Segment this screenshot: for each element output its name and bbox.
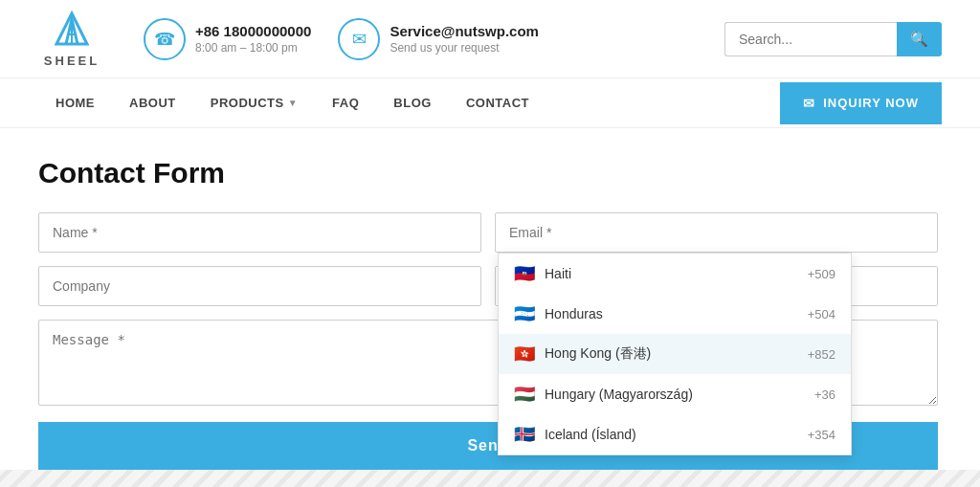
search-button[interactable]: 🔍: [897, 22, 942, 56]
name-input[interactable]: [38, 212, 481, 253]
dropdown-item-iceland[interactable]: 🇮🇸 Iceland (Ísland) +354: [499, 414, 851, 454]
logo-icon: [51, 10, 93, 52]
nav: HOME ABOUT PRODUCTS ▼ FAQ BLOG CONTACT ✉…: [0, 78, 980, 128]
company-input[interactable]: [38, 266, 481, 306]
email-text: Service@nutswp.com Send us your request: [390, 23, 539, 55]
hungary-name: Hungary (Magyarország): [545, 387, 805, 402]
inquiry-button[interactable]: ✉ INQUIRY NOW: [780, 82, 942, 124]
iceland-flag: 🇮🇸: [514, 424, 535, 445]
phone-contact: ☎ +86 18000000000 8:00 am – 18:00 pm: [144, 18, 311, 60]
phone-icon-circle: ☎: [144, 18, 186, 60]
honduras-code: +504: [808, 307, 835, 321]
email-input[interactable]: [495, 212, 938, 253]
honduras-name: Honduras: [545, 306, 798, 321]
hungary-code: +36: [814, 387, 835, 402]
nav-item-faq[interactable]: FAQ: [315, 78, 376, 127]
nav-item-contact[interactable]: CONTACT: [449, 78, 546, 127]
iceland-code: +354: [808, 428, 835, 442]
phone-text: +86 18000000000 8:00 am – 18:00 pm: [195, 23, 311, 55]
dropdown-item-hungary[interactable]: 🇭🇺 Hungary (Magyarország) +36: [499, 374, 851, 414]
hungary-flag: 🇭🇺: [514, 384, 535, 405]
envelope-icon: ✉: [803, 96, 815, 111]
search-input[interactable]: [724, 22, 897, 56]
search-wrap: 🔍: [724, 22, 942, 56]
nav-item-home[interactable]: HOME: [38, 78, 112, 127]
haiti-code: +509: [808, 267, 835, 281]
honduras-flag: 🇭🇳: [514, 303, 535, 324]
logo-text: SHEEL: [44, 54, 100, 68]
page-title: Contact Form: [38, 157, 942, 189]
nav-items: HOME ABOUT PRODUCTS ▼ FAQ BLOG CONTACT: [38, 78, 780, 127]
haiti-flag: 🇭🇹: [514, 263, 535, 284]
hongkong-code: +852: [808, 347, 835, 362]
nav-item-products[interactable]: PRODUCTS ▼: [193, 78, 315, 127]
footer-diagonal: [0, 470, 980, 487]
nav-item-blog[interactable]: BLOG: [376, 78, 449, 127]
logo: SHEEL: [38, 10, 105, 68]
nav-item-about[interactable]: ABOUT: [112, 78, 193, 127]
dropdown-item-haiti[interactable]: 🇭🇹 Haiti +509: [499, 254, 851, 294]
phone-number: +86 18000000000: [195, 23, 311, 39]
contact-info: ☎ +86 18000000000 8:00 am – 18:00 pm ✉ S…: [144, 18, 705, 60]
phone-hours: 8:00 am – 18:00 pm: [195, 41, 298, 55]
email-subtext: Send us your request: [390, 41, 499, 55]
email-address: Service@nutswp.com: [390, 23, 539, 39]
chevron-down-icon: ▼: [288, 98, 298, 108]
main-content: Contact Form 🇭🇰 +852 ▼ Send 🇭🇹: [0, 128, 980, 470]
header: SHEEL ☎ +86 18000000000 8:00 am – 18:00 …: [0, 0, 980, 78]
email-contact: ✉ Service@nutswp.com Send us your reques…: [338, 18, 539, 60]
country-dropdown: 🇭🇹 Haiti +509 🇭🇳 Honduras +504 🇭🇰 Hong K…: [498, 253, 852, 455]
haiti-name: Haiti: [545, 266, 798, 281]
hongkong-flag: 🇭🇰: [514, 343, 535, 365]
email-icon-circle: ✉: [338, 18, 380, 60]
dropdown-item-honduras[interactable]: 🇭🇳 Honduras +504: [499, 294, 851, 334]
iceland-name: Iceland (Ísland): [545, 427, 798, 442]
dropdown-item-hongkong[interactable]: 🇭🇰 Hong Kong (香港) +852: [499, 334, 851, 374]
hongkong-name: Hong Kong (香港): [545, 345, 798, 363]
